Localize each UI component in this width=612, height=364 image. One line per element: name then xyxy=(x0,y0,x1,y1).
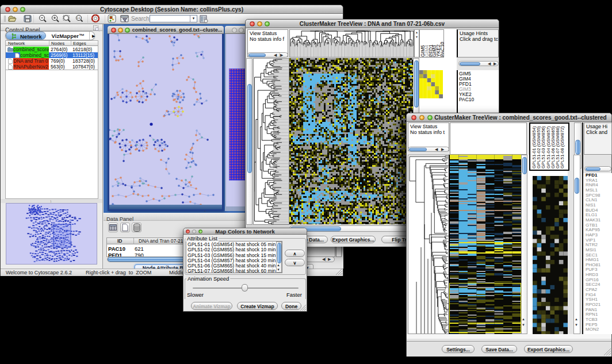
svg-text:1:1: 1:1 xyxy=(77,17,81,20)
svg-text:PAC10: PAC10 xyxy=(439,41,444,57)
svg-text:GPL51-08 (GSM872): GPL51-08 (GSM872) xyxy=(560,126,565,168)
